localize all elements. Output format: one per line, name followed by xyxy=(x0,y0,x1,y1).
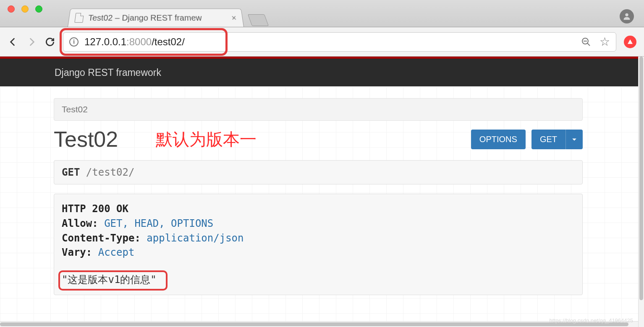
close-window-button[interactable] xyxy=(8,5,15,13)
window-controls xyxy=(8,0,42,27)
chevron-down-icon xyxy=(572,137,577,142)
address-bar[interactable]: i 127.0.0.1:8000/test02/ ☆ xyxy=(63,32,616,52)
zoom-out-icon[interactable] xyxy=(581,37,591,47)
brand-link[interactable]: Django REST framework xyxy=(55,67,161,78)
header-key-0: Allow: xyxy=(62,218,98,229)
profile-avatar[interactable] xyxy=(620,9,634,23)
request-box: GET /test02/ xyxy=(54,160,583,184)
site-info-icon[interactable]: i xyxy=(69,37,79,47)
url-host: 127.0.0.1 xyxy=(84,36,126,48)
page-icon xyxy=(74,13,84,23)
header-val-2: Accept xyxy=(98,247,135,258)
site-header: Django REST framework xyxy=(0,59,638,86)
close-tab-icon[interactable]: × xyxy=(231,13,237,22)
breadcrumb-item[interactable]: Test02 xyxy=(62,104,88,114)
address-bar-wrap: i 127.0.0.1:8000/test02/ ☆ xyxy=(63,32,616,52)
horizontal-scroll-thumb[interactable] xyxy=(0,322,628,326)
vertical-scrollbar[interactable] xyxy=(638,57,644,327)
request-method: GET xyxy=(62,166,80,178)
get-button-label: GET xyxy=(531,130,565,149)
omnibox-actions: ☆ xyxy=(581,35,610,49)
request-path: /test02/ xyxy=(86,166,135,178)
extension-icon[interactable] xyxy=(624,36,636,48)
annotation-text: 默认为版本一 xyxy=(156,128,257,151)
header-val-1: application/json xyxy=(147,232,243,244)
forward-button[interactable] xyxy=(26,36,37,47)
options-button[interactable]: OPTIONS xyxy=(471,130,526,149)
breadcrumb: Test02 xyxy=(54,98,583,121)
response-body: "这是版本v1的信息" xyxy=(62,272,157,287)
action-buttons: OPTIONS GET xyxy=(471,130,583,149)
vertical-scroll-thumb[interactable] xyxy=(639,57,643,300)
url-port: :8000 xyxy=(126,36,152,48)
header-val-0: GET, HEAD, OPTIONS xyxy=(104,218,213,229)
new-tab-button[interactable] xyxy=(248,14,269,26)
tab-title: Test02 – Django REST framew xyxy=(88,13,202,22)
maximize-window-button[interactable] xyxy=(35,5,42,13)
status-line: HTTP 200 OK xyxy=(62,203,128,215)
svg-point-0 xyxy=(625,13,628,16)
header-key-1: Content-Type: xyxy=(62,232,141,244)
bookmark-star-icon[interactable]: ☆ xyxy=(599,35,610,49)
toolbar: i 127.0.0.1:8000/test02/ ☆ xyxy=(0,27,644,57)
svg-line-2 xyxy=(587,43,590,46)
browser-tab[interactable]: Test02 – Django REST framew × xyxy=(68,8,244,27)
reload-button[interactable] xyxy=(45,36,55,47)
horizontal-scrollbar[interactable] xyxy=(0,321,638,327)
title-row: Test02 默认为版本一 OPTIONS GET xyxy=(54,127,583,152)
response-box: HTTP 200 OK Allow: GET, HEAD, OPTIONS Co… xyxy=(54,194,583,295)
url-path: /test02/ xyxy=(152,36,185,48)
page-viewport: Django REST framework Test02 Test02 默认为版… xyxy=(0,57,644,327)
tab-strip: Test02 – Django REST framew × xyxy=(0,0,644,27)
get-dropdown-caret[interactable] xyxy=(565,130,583,149)
minimize-window-button[interactable] xyxy=(21,5,29,13)
content-container: Test02 Test02 默认为版本一 OPTIONS GET GET xyxy=(54,98,583,295)
page-title: Test02 xyxy=(54,127,118,152)
header-key-2: Vary: xyxy=(62,247,92,258)
back-button[interactable] xyxy=(8,36,18,47)
get-button[interactable]: GET xyxy=(531,130,583,149)
